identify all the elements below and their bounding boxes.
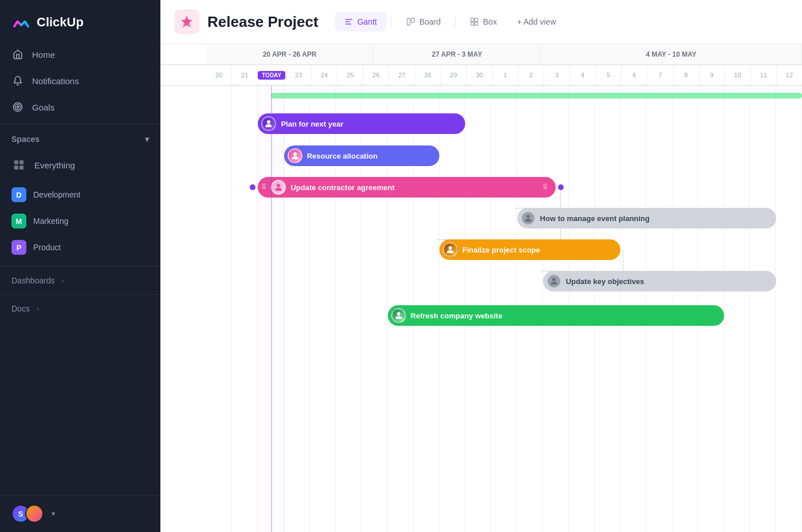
docs-section[interactable]: Docs › — [0, 298, 160, 319]
dashboards-section[interactable]: Dashboards › — [0, 270, 160, 291]
day-12: 12 — [777, 65, 802, 85]
today-badge: TODAY — [258, 71, 285, 80]
svg-rect-3 — [14, 160, 18, 164]
drag-handle-right-icon[interactable]: ⠿ — [542, 183, 548, 191]
task-resource[interactable]: Resource allocation — [284, 145, 439, 166]
task-plan-avatar-icon — [264, 119, 274, 129]
task-objectives-avatar — [547, 274, 561, 289]
week-1: 20 APR - 26 APR — [206, 44, 374, 64]
avatar-2 — [25, 505, 44, 523]
svg-rect-5 — [14, 165, 18, 170]
task-website-avatar-icon — [394, 310, 404, 321]
task-website[interactable]: Refresh company website — [388, 305, 725, 326]
product-badge: P — [11, 240, 26, 255]
spaces-section-header[interactable]: Spaces ▾ — [0, 128, 160, 151]
task-event[interactable]: How to manage event planning — [517, 208, 776, 228]
task-resource-avatar — [288, 148, 302, 163]
task-event-avatar — [521, 211, 536, 226]
task-event-label: How to manage event planning — [540, 214, 650, 223]
sidebar-item-product[interactable]: P Product — [0, 234, 160, 261]
sidebar-item-everything[interactable]: Everything — [0, 151, 160, 179]
sidebar-item-notifications-label: Notifications — [32, 76, 79, 86]
sidebar-item-goals[interactable]: Goals — [0, 94, 160, 120]
add-view-button[interactable]: + Add view — [509, 13, 564, 31]
task-scope-label: Finalize project scope — [462, 246, 540, 254]
week-3-label: 4 MAY - 10 MAY — [646, 50, 697, 58]
connector-line-v1 — [560, 187, 561, 208]
sidebar-divider-2 — [0, 266, 160, 267]
tab-box-label: Box — [483, 17, 497, 26]
day-22-today: TODAY — [258, 65, 286, 85]
day-2: 2 — [518, 65, 544, 85]
spaces-list: D Development M Marketing P Product — [0, 179, 160, 263]
day-8: 8 — [674, 65, 699, 85]
svg-point-17 — [267, 120, 270, 124]
day-21: 21 — [232, 65, 258, 85]
svg-rect-12 — [411, 18, 414, 22]
svg-point-18 — [293, 152, 297, 156]
spaces-label: Spaces — [11, 135, 40, 144]
task-contractor[interactable]: ⠿ Update contractor agreement ⠿ — [258, 177, 556, 198]
day-11: 11 — [751, 65, 777, 85]
task-contractor-avatar-icon — [273, 182, 284, 192]
day-1: 1 — [493, 65, 518, 85]
main-content: Release Project Gantt Board Box — [160, 0, 802, 532]
day-4: 4 — [570, 65, 596, 85]
sidebar-item-development[interactable]: D Development — [0, 182, 160, 208]
everything-icon — [11, 157, 26, 172]
week-2: 27 APR - 3 MAY — [374, 44, 541, 64]
tab-gantt[interactable]: Gantt — [335, 12, 387, 31]
svg-point-1 — [15, 105, 21, 110]
logo[interactable]: ClickUp — [0, 0, 160, 41]
sidebar-item-home-label: Home — [32, 50, 55, 60]
dashboards-label: Dashboards — [11, 276, 55, 285]
task-contractor-avatar — [271, 180, 286, 195]
svg-rect-14 — [475, 18, 478, 21]
task-plan[interactable]: Plan for next year — [258, 113, 465, 134]
day-29: 29 — [441, 65, 467, 85]
gantt-weeks-header: 20 APR - 26 APR 27 APR - 3 MAY 4 MAY - 1… — [160, 44, 802, 65]
task-resource-avatar-icon — [290, 151, 300, 161]
svg-point-22 — [552, 278, 556, 281]
task-objectives-label: Update key objectives — [566, 277, 644, 286]
day-3: 3 — [544, 65, 570, 85]
day-7: 7 — [647, 65, 673, 85]
day-23: 23 — [286, 65, 312, 85]
tab-box[interactable]: Box — [460, 12, 506, 31]
task-plan-label: Plan for next year — [281, 120, 343, 128]
gantt-container: 20 APR - 26 APR 27 APR - 3 MAY 4 MAY - 1… — [160, 44, 802, 532]
task-resource-label: Resource allocation — [307, 152, 378, 160]
sidebar-item-home[interactable]: Home — [0, 41, 160, 68]
sidebar-item-marketing[interactable]: M Marketing — [0, 208, 160, 234]
svg-rect-15 — [471, 22, 474, 25]
sidebar-divider-3 — [0, 294, 160, 295]
project-title: Release Project — [207, 13, 319, 31]
sidebar-item-notifications[interactable]: Notifications — [0, 68, 160, 94]
project-icon-wrap — [174, 9, 199, 34]
week-3: 4 MAY - 10 MAY — [541, 44, 802, 64]
day-26: 26 — [363, 65, 389, 85]
task-scope[interactable]: Finalize project scope — [439, 239, 621, 260]
add-view-label: + Add view — [517, 17, 556, 26]
marketing-badge: M — [11, 214, 26, 228]
view-tabs: Gantt Board Box + Add view — [335, 12, 564, 31]
day-20: 20 — [206, 65, 232, 85]
drag-handle-icon[interactable]: ⠿ — [261, 183, 266, 191]
gantt-header: 20 APR - 26 APR 27 APR - 3 MAY 4 MAY - 1… — [160, 44, 802, 65]
chevron-down-icon: ▾ — [145, 135, 149, 144]
tab-gantt-label: Gantt — [357, 17, 377, 26]
day-9: 9 — [699, 65, 725, 85]
goals-icon — [11, 101, 24, 113]
gantt-icon — [344, 17, 353, 26]
svg-rect-13 — [471, 18, 474, 21]
svg-rect-11 — [407, 18, 410, 25]
connector-line-v3 — [623, 250, 623, 271]
tab-board[interactable]: Board — [396, 12, 450, 31]
task-website-label: Refresh company website — [411, 312, 502, 320]
avatar-stack: S — [11, 505, 44, 523]
development-label: Development — [33, 190, 81, 199]
task-objectives[interactable]: Update key objectives — [543, 271, 776, 291]
week-2-label: 27 APR - 3 MAY — [432, 50, 482, 58]
connector-dot-right — [558, 184, 564, 190]
bell-icon — [11, 74, 24, 87]
